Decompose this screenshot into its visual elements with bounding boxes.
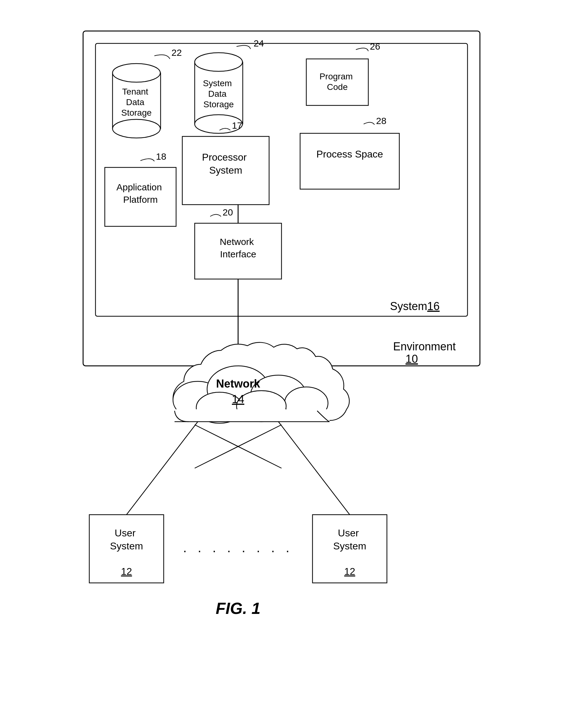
tenant-storage-top bbox=[113, 64, 160, 82]
num-22: 22 bbox=[171, 47, 182, 58]
user-system-left-num: 12 bbox=[121, 566, 132, 577]
callout-28-line bbox=[364, 122, 375, 125]
callout-22-line bbox=[154, 55, 170, 59]
callout-24-line bbox=[237, 45, 250, 49]
num-17: 17 bbox=[232, 120, 242, 131]
network-cloud bbox=[173, 342, 349, 423]
callout-20-line bbox=[210, 215, 221, 217]
num-26: 26 bbox=[370, 41, 380, 51]
fig-label: FIG. 1 bbox=[216, 599, 260, 617]
process-space-label: Process Space bbox=[316, 149, 383, 160]
num-28: 28 bbox=[376, 116, 386, 126]
callout-18-line bbox=[140, 159, 154, 161]
diagram-container: System16 Tenant Data Storage 22 System D… bbox=[64, 19, 499, 701]
main-diagram-svg: System16 Tenant Data Storage 22 System D… bbox=[64, 19, 499, 701]
environment-label: Environment bbox=[393, 340, 456, 353]
system16-label: System16 bbox=[390, 300, 440, 313]
num-18: 18 bbox=[156, 151, 166, 162]
num-24: 24 bbox=[254, 38, 264, 48]
process-space-box bbox=[300, 133, 399, 189]
system-storage-top bbox=[195, 53, 242, 71]
environment-num: 10 bbox=[406, 353, 418, 365]
network-label: Network bbox=[216, 377, 260, 390]
dots-label: · · · · · · · · bbox=[183, 543, 293, 558]
connector-to-user-left bbox=[126, 422, 198, 515]
callout-26-line bbox=[356, 48, 368, 51]
svg-rect-6 bbox=[175, 409, 330, 422]
connector-to-user-right bbox=[278, 422, 350, 515]
network-num: 14 bbox=[232, 393, 244, 406]
user-system-right-num: 12 bbox=[344, 566, 355, 577]
num-20: 20 bbox=[223, 207, 233, 217]
tenant-storage-bottom bbox=[113, 119, 160, 138]
